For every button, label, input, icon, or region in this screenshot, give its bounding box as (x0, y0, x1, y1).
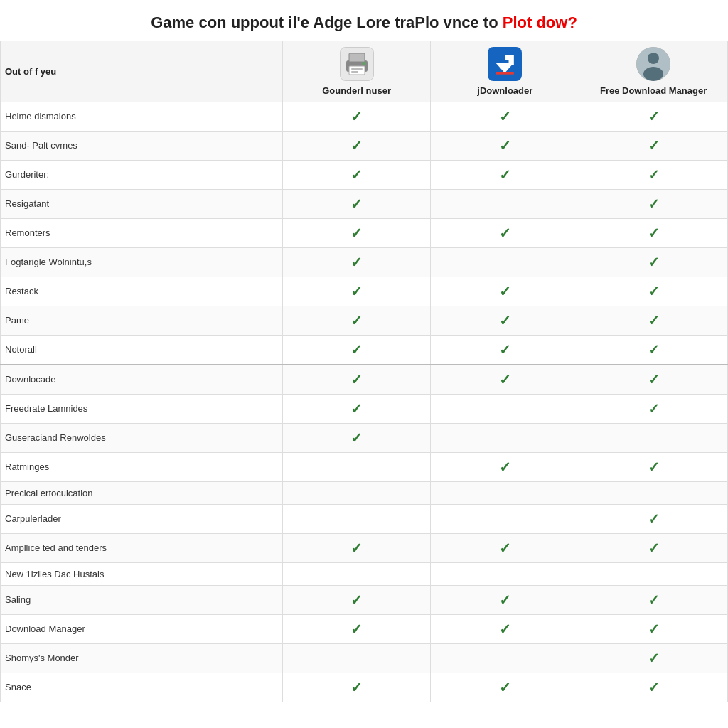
check-fdm: ✓ (579, 160, 728, 189)
check-foundr: ✓ (282, 585, 431, 614)
checkmark-icon: ✓ (499, 313, 511, 328)
feature-cell: Notorall (1, 335, 283, 365)
checkmark-icon: ✓ (350, 621, 363, 637)
check-foundr (282, 452, 431, 481)
check-jdl: ✓ (431, 335, 579, 365)
checkmark-icon: ✓ (499, 372, 511, 387)
check-fdm: ✓ (579, 131, 728, 160)
checkmark-icon: ✓ (648, 621, 660, 637)
feature-cell: Freedrate Lamnides (1, 394, 283, 423)
checkmark-icon: ✓ (350, 167, 363, 183)
checkmark-icon: ✓ (648, 225, 660, 241)
svg-rect-9 (496, 72, 514, 75)
check-jdl: ✓ (431, 102, 579, 131)
checkmark-icon: ✓ (648, 372, 660, 387)
check-jdl: ✓ (431, 614, 579, 643)
app-column-fdm: Free Download Manager (579, 41, 728, 102)
check-fdm: ✓ (579, 452, 728, 481)
feature-cell: Remonters (1, 218, 283, 247)
app-column-foundr: Gounderl nuser (282, 41, 431, 102)
check-foundr: ✓ (282, 102, 431, 131)
check-fdm: ✓ (579, 504, 728, 533)
checkmark-icon: ✓ (499, 459, 511, 475)
check-foundr: ✓ (282, 277, 431, 306)
check-jdl: ✓ (431, 673, 579, 702)
check-foundr: ✓ (282, 365, 431, 395)
checkmark-icon: ✓ (648, 255, 660, 270)
page-title: Game con uppout il'e Adge Lore traPlo vn… (0, 0, 728, 41)
check-fdm (579, 423, 728, 452)
check-foundr (282, 481, 431, 504)
checkmark-icon: ✓ (350, 372, 363, 387)
checkmark-icon: ✓ (350, 109, 363, 124)
check-fdm: ✓ (579, 306, 728, 335)
app-column-jdl: jDownloader (431, 41, 579, 102)
check-fdm: ✓ (579, 614, 728, 643)
check-fdm: ✓ (579, 247, 728, 277)
check-jdl: ✓ (431, 533, 579, 562)
svg-rect-1 (349, 53, 365, 62)
check-fdm: ✓ (579, 277, 728, 306)
checkmark-icon: ✓ (648, 196, 660, 212)
check-fdm: ✓ (579, 102, 728, 131)
check-fdm: ✓ (579, 365, 728, 395)
checkmark-icon: ✓ (499, 225, 511, 241)
check-jdl (431, 562, 579, 585)
checkmark-icon: ✓ (350, 255, 363, 270)
check-fdm: ✓ (579, 335, 728, 365)
checkmark-icon: ✓ (350, 401, 363, 417)
checkmark-icon: ✓ (350, 342, 363, 358)
checkmark-icon: ✓ (350, 592, 363, 608)
check-fdm (579, 481, 728, 504)
check-fdm (579, 562, 728, 585)
checkmark-icon: ✓ (499, 621, 511, 637)
checkmark-icon: ✓ (350, 196, 363, 212)
feature-cell: Fogtarigle Wolnintu,s (1, 247, 283, 277)
feature-cell: Snace (1, 673, 283, 702)
checkmark-icon: ✓ (499, 680, 511, 695)
feature-cell: Ratminges (1, 452, 283, 481)
checkmark-icon: ✓ (648, 592, 660, 608)
check-jdl: ✓ (431, 218, 579, 247)
check-jdl: ✓ (431, 131, 579, 160)
check-fdm: ✓ (579, 218, 728, 247)
svg-point-5 (363, 62, 365, 65)
check-jdl (431, 189, 579, 218)
checkmark-icon: ✓ (648, 109, 660, 124)
checkmark-icon: ✓ (648, 651, 660, 666)
feature-cell: Sand- Palt cvmes (1, 131, 283, 160)
check-jdl (431, 481, 579, 504)
feature-cell: Guseraciand Renwoldes (1, 423, 283, 452)
check-foundr (282, 562, 431, 585)
feature-column-header: Out of f yeu (1, 41, 283, 102)
svg-rect-4 (351, 71, 358, 73)
jdl-icon (488, 47, 522, 81)
checkmark-icon: ✓ (648, 138, 660, 154)
check-jdl: ✓ (431, 306, 579, 335)
checkmark-icon: ✓ (499, 284, 511, 299)
feature-cell: Restack (1, 277, 283, 306)
check-jdl: ✓ (431, 585, 579, 614)
check-foundr (282, 643, 431, 673)
check-jdl: ✓ (431, 365, 579, 395)
feature-cell: Helme dismalons (1, 102, 283, 131)
checkmark-icon: ✓ (499, 592, 511, 608)
checkmark-icon: ✓ (350, 225, 363, 241)
check-jdl: ✓ (431, 160, 579, 189)
checkmark-icon: ✓ (648, 540, 660, 556)
check-foundr: ✓ (282, 533, 431, 562)
check-foundr: ✓ (282, 189, 431, 218)
check-fdm: ✓ (579, 394, 728, 423)
check-jdl: ✓ (431, 452, 579, 481)
check-foundr: ✓ (282, 673, 431, 702)
svg-rect-2 (349, 66, 365, 75)
check-foundr: ✓ (282, 218, 431, 247)
fdm-label: Free Download Manager (600, 85, 707, 96)
checkmark-icon: ✓ (648, 459, 660, 475)
check-fdm: ✓ (579, 533, 728, 562)
feature-cell: Shomys's Monder (1, 643, 283, 673)
svg-rect-3 (351, 68, 363, 70)
feature-cell: Resigatant (1, 189, 283, 218)
fdm-avatar (636, 47, 670, 81)
checkmark-icon: ✓ (648, 680, 660, 695)
